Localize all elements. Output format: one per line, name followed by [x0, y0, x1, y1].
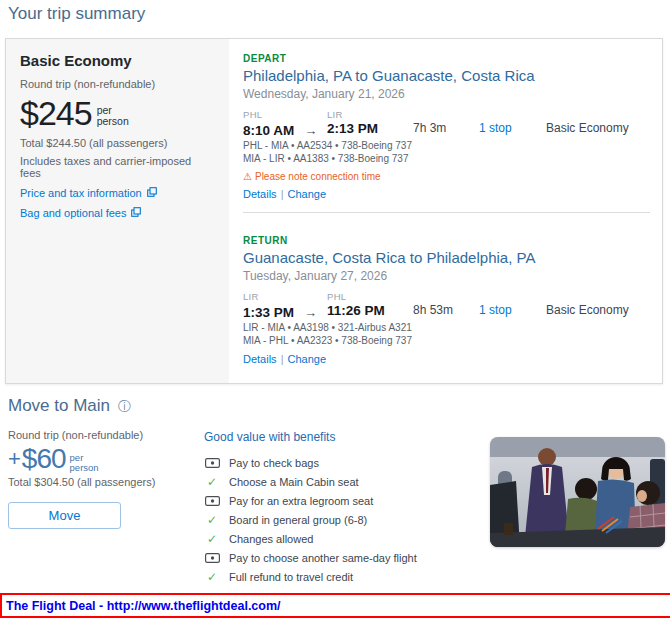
details-link[interactable]: Details [243, 188, 277, 200]
cabin-label: Basic Economy [546, 121, 629, 135]
connection-warning: ⚠Please note connection time [243, 171, 650, 182]
benefit-row: ✓ Full refund to travel credit [204, 567, 489, 586]
destination-code: LIR [327, 109, 343, 120]
fare-per-person: per person [97, 105, 129, 127]
benefit-row: Pay to check bags [204, 453, 489, 472]
return-flight-row: LIR PHL 1:33 PM→ 11:26 PM 8h 53m 1 stop … [243, 291, 650, 319]
benefit-row: Pay to choose another same-day flight [204, 548, 489, 567]
price-prefix: + [8, 446, 21, 472]
change-link[interactable]: Change [287, 188, 326, 200]
depart-route: Philadelphia, PA to Guanacaste, Costa Ri… [243, 67, 650, 84]
origin-code: PHL [243, 109, 262, 120]
check-icon: ✓ [204, 570, 220, 584]
fare-price-row: $245 per person [20, 95, 215, 131]
destination-code: PHL [327, 291, 346, 302]
depart-slice: DEPART Philadelphia, PA to Guanacaste, C… [243, 53, 650, 200]
page-title: Your trip summary [8, 4, 145, 24]
slice-divider [243, 212, 650, 213]
fare-includes: Includes taxes and carrier-imposed fees [20, 155, 215, 179]
external-link-icon [131, 207, 141, 219]
return-route: Guanacaste, Costa Rica to Philadelphia, … [243, 249, 650, 266]
info-icon[interactable]: ⓘ [118, 399, 131, 414]
upsell-price: $60 [22, 444, 66, 474]
depart-time: 8:10 AM [243, 123, 294, 138]
upsell-per-person: per person [70, 453, 99, 473]
segment-line: PHL - MIA • AA2534 • 738-Boeing 737 [243, 139, 650, 152]
upsell-price-panel: Round trip (non-refundable) + $60 per pe… [8, 429, 193, 529]
depart-actions: Details|Change [243, 188, 650, 200]
cabin-label: Basic Economy [546, 303, 629, 317]
flight-deal-banner: The Flight Deal - http://www.theflightde… [0, 593, 670, 618]
cabin-photo-illustration [490, 437, 665, 547]
external-link-icon [147, 187, 157, 199]
slice-direction-label: RETURN [243, 235, 650, 246]
arrow-right-icon: → [304, 123, 317, 138]
benefits-title: Good value with benefits [204, 430, 489, 444]
return-slice: RETURN Guanacaste, Costa Rica to Philade… [243, 235, 650, 365]
check-icon: ✓ [204, 532, 220, 546]
return-segments: LIR - MIA • AA3198 • 321-Airbus A321 MIA… [243, 321, 650, 347]
benefit-row: ✓ Choose a Main Cabin seat [204, 472, 489, 491]
depart-date: Wednesday, January 21, 2026 [243, 87, 650, 101]
stops-link[interactable]: 1 stop [479, 303, 512, 317]
cabin-photo [490, 437, 665, 547]
flight-deal-link[interactable]: The Flight Deal - http://www.theflightde… [6, 599, 281, 613]
bag-fees-link[interactable]: Bag and optional fees [20, 207, 215, 219]
upsell-price-row: + $60 per person [8, 444, 193, 474]
depart-time: 1:33 PM [243, 305, 294, 320]
upsell-trip-type: Round trip (non-refundable) [8, 429, 193, 441]
benefit-row: Pay for an extra legroom seat [204, 491, 489, 510]
benefits-panel: Good value with benefits Pay to check ba… [204, 430, 489, 586]
money-icon [204, 553, 220, 563]
arrive-time: 2:13 PM [327, 121, 378, 136]
segment-line: LIR - MIA • AA3198 • 321-Airbus A321 [243, 321, 650, 334]
return-date: Tuesday, January 27, 2026 [243, 269, 650, 283]
money-icon [204, 458, 220, 468]
move-button[interactable]: Move [8, 502, 121, 529]
stops-link[interactable]: 1 stop [479, 121, 512, 135]
upsell-title-row: Move to Mainⓘ [8, 396, 131, 416]
benefit-row: ✓ Changes allowed [204, 529, 489, 548]
price-tax-link[interactable]: Price and tax information [20, 187, 215, 199]
fare-total: Total $244.50 (all passengers) [20, 137, 215, 149]
arrive-time: 11:26 PM [327, 303, 385, 318]
benefit-row: ✓ Board in general group (6-8) [204, 510, 489, 529]
segment-line: MIA - LIR • AA1383 • 738-Boeing 737 [243, 152, 650, 165]
upsell-title: Move to Main [8, 396, 110, 415]
duration: 8h 53m [413, 303, 453, 317]
depart-segments: PHL - MIA • AA2534 • 738-Boeing 737 MIA … [243, 139, 650, 165]
check-icon: ✓ [204, 475, 220, 489]
check-icon: ✓ [204, 513, 220, 527]
upsell-total: Total $304.50 (all passengers) [8, 476, 193, 488]
fare-name: Basic Economy [20, 52, 215, 69]
segment-line: MIA - PHL • AA2323 • 738-Boeing 737 [243, 334, 650, 347]
slice-direction-label: DEPART [243, 53, 650, 64]
origin-code: LIR [243, 291, 259, 302]
details-link[interactable]: Details [243, 353, 277, 365]
return-actions: Details|Change [243, 353, 650, 365]
depart-flight-row: PHL LIR 8:10 AM→ 2:13 PM 7h 3m 1 stop Ba… [243, 109, 650, 137]
fare-trip-type: Round trip (non-refundable) [20, 78, 215, 90]
duration: 7h 3m [413, 121, 446, 135]
arrow-right-icon: → [304, 305, 317, 320]
change-link[interactable]: Change [287, 353, 326, 365]
fare-panel: Basic Economy Round trip (non-refundable… [6, 39, 229, 383]
trip-summary-card: Basic Economy Round trip (non-refundable… [5, 38, 663, 384]
money-icon [204, 496, 220, 506]
fare-price: $245 [20, 95, 92, 131]
flight-content: DEPART Philadelphia, PA to Guanacaste, C… [243, 39, 650, 365]
warning-icon: ⚠ [243, 171, 252, 182]
